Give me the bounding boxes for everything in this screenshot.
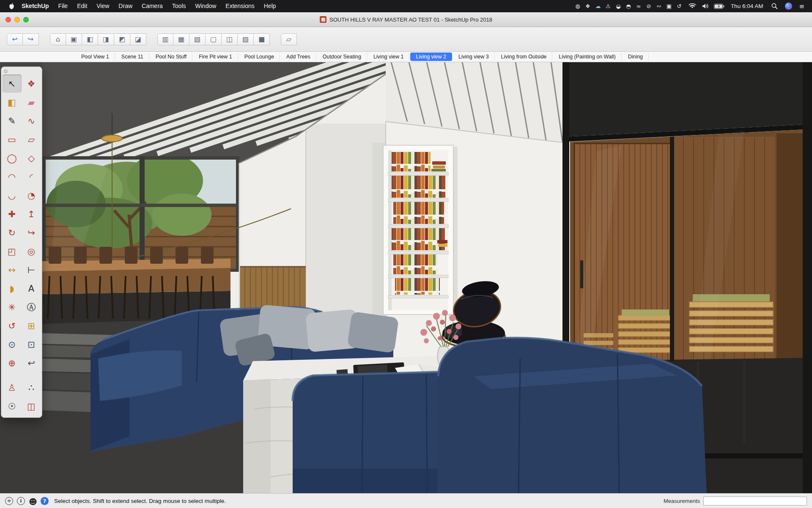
tray-hub-icon[interactable]: ∞ xyxy=(634,2,644,11)
make-component-tool[interactable]: ❖ xyxy=(22,75,41,93)
toolbar-iso-view-button[interactable]: ⌂ xyxy=(50,33,66,45)
tab-scene-11[interactable]: Scene 11 xyxy=(116,52,149,61)
toolbar-front-view-button[interactable]: ◧ xyxy=(82,33,98,45)
minimize-button[interactable] xyxy=(14,17,20,22)
axes-tool[interactable]: ✳ xyxy=(3,298,22,316)
rotate-tool[interactable]: ↻ xyxy=(3,224,22,242)
zoom-tool[interactable]: ⊙ xyxy=(3,335,22,353)
menubar-item-camera[interactable]: Camera xyxy=(137,0,167,12)
menubar-item-extensions[interactable]: Extensions xyxy=(221,0,259,12)
tray-screen-record-icon[interactable]: ▣ xyxy=(664,2,674,11)
menubar-item-draw[interactable]: Draw xyxy=(114,0,137,12)
statusbar-account-icon[interactable]: ☻ xyxy=(29,497,37,505)
menubar-item-file[interactable]: File xyxy=(54,0,73,12)
orbit-tool[interactable]: ↺ xyxy=(3,317,22,335)
protractor-tool[interactable]: ◗ xyxy=(3,279,22,298)
toolbar-redo-button[interactable]: ↪ xyxy=(23,33,39,45)
offset-tool[interactable]: ◎ xyxy=(22,242,41,260)
select-tool[interactable]: ↖ xyxy=(3,75,22,93)
toolbar-textured-style-button[interactable]: ▨ xyxy=(238,33,254,45)
two-point-arc-tool[interactable]: ◜ xyxy=(22,168,41,186)
tray-eyeglasses-icon[interactable]: ∾ xyxy=(654,2,664,11)
viewport-3d-canvas[interactable] xyxy=(0,62,812,493)
push-pull-tool[interactable]: ↥ xyxy=(22,205,41,223)
three-point-arc-tool[interactable]: ◡ xyxy=(3,186,22,204)
toolbar-section-display-button[interactable]: ▱ xyxy=(281,33,297,45)
tab-living-view-2[interactable]: Living view 2 xyxy=(410,52,452,61)
tab-pool-no-stuff[interactable]: Pool No Stuff xyxy=(150,52,192,61)
siri-icon[interactable] xyxy=(785,3,792,10)
look-around-tool[interactable]: ☉ xyxy=(3,397,22,415)
spotlight-icon[interactable] xyxy=(769,2,780,11)
toolbar-top-view-button[interactable]: ▣ xyxy=(66,33,82,45)
notification-center-icon[interactable]: ≡ xyxy=(797,3,806,10)
tab-pool-view-1[interactable]: Pool View 1 xyxy=(76,52,115,61)
rotated-rectangle-tool[interactable]: ▱ xyxy=(22,130,41,149)
menubar-item-edit[interactable]: Edit xyxy=(72,0,92,12)
eraser-tool[interactable]: ▰ xyxy=(22,93,41,111)
tray-do-not-disturb-icon[interactable]: ⊘ xyxy=(644,2,654,11)
volume-icon[interactable] xyxy=(700,2,711,11)
tab-living-view-1[interactable]: Living view 1 xyxy=(368,52,410,61)
toolbar-hidden-line-style-button[interactable]: ▢ xyxy=(206,33,222,45)
position-camera-tool[interactable]: ♙ xyxy=(3,378,22,397)
tab-pool-lounge[interactable]: Pool Lounge xyxy=(239,52,280,61)
menubar-clock[interactable]: Thu 6:04 AM xyxy=(727,3,767,9)
arc-tool[interactable]: ◠ xyxy=(3,168,22,186)
text-tool[interactable]: A xyxy=(22,279,41,298)
dimensions-tool[interactable]: ⊢ xyxy=(22,261,41,279)
tab-living-painting-on-wall[interactable]: Living (Painting on Wall) xyxy=(553,52,621,61)
tray-time-machine-icon[interactable]: ↺ xyxy=(674,2,684,11)
statusbar-geolocation-icon[interactable]: ✛ xyxy=(5,497,13,505)
menubar-item-help[interactable]: Help xyxy=(259,0,281,12)
circle-tool[interactable]: ◯ xyxy=(3,149,22,167)
menubar-item-sketchup[interactable]: SketchUp xyxy=(17,0,54,12)
tray-alert-icon[interactable]: ⚠ xyxy=(603,2,613,11)
move-tool[interactable]: ✚ xyxy=(3,205,22,223)
tray-cloud-sync-icon[interactable]: ☁ xyxy=(593,2,603,11)
zoom-previous-tool[interactable]: ↩ xyxy=(22,354,41,372)
scale-tool[interactable]: ◰ xyxy=(3,242,22,260)
3d-text-tool[interactable]: Ⓐ xyxy=(22,298,41,316)
tab-dining[interactable]: Dining xyxy=(623,52,649,61)
tab-living-view-3[interactable]: Living view 3 xyxy=(453,52,495,61)
paint-bucket-tool[interactable]: ◧ xyxy=(3,93,22,111)
battery-icon[interactable] xyxy=(714,2,725,11)
toolbar-right-view-button[interactable]: ◨ xyxy=(98,33,114,45)
close-button[interactable] xyxy=(5,17,11,22)
tray-droplet-icon[interactable]: ◒ xyxy=(613,2,623,11)
tab-living-from-outside[interactable]: Living from Outside xyxy=(496,52,553,61)
toolbar-back-view-button[interactable]: ◩ xyxy=(114,33,130,45)
toolbar-left-view-button[interactable]: ◪ xyxy=(130,33,146,45)
measurements-input[interactable] xyxy=(703,497,807,505)
menubar-item-window[interactable]: Window xyxy=(191,0,221,12)
palette-close-button[interactable] xyxy=(4,69,8,73)
polygon-tool[interactable]: ◇ xyxy=(22,149,41,167)
toolbar-x-ray-style-button[interactable]: ▥ xyxy=(157,33,173,45)
toolbar-back-edges-style-button[interactable]: ▦ xyxy=(173,33,189,45)
menubar-item-tools[interactable]: Tools xyxy=(167,0,191,12)
tab-outdoor-seating[interactable]: Outdoor Seating xyxy=(317,52,367,61)
pan-tool[interactable]: ⊞ xyxy=(22,317,41,335)
toolbar-monochrome-style-button[interactable]: ■ xyxy=(254,33,270,45)
freehand-tool[interactable]: ∿ xyxy=(22,112,41,130)
tab-fire-pit-view-1[interactable]: Fire Pit view 1 xyxy=(193,52,238,61)
zoom-extents-tool[interactable]: ⊕ xyxy=(3,354,22,372)
toolbar-shaded-style-button[interactable]: ◫ xyxy=(222,33,238,45)
menubar-item-view[interactable]: View xyxy=(92,0,114,12)
toolbar-undo-button[interactable]: ↩ xyxy=(7,33,23,45)
rectangle-tool[interactable]: ▭ xyxy=(3,130,22,149)
zoom-button[interactable] xyxy=(23,17,29,22)
toolbar-wireframe-style-button[interactable]: ▧ xyxy=(189,33,206,45)
wifi-icon[interactable] xyxy=(687,2,698,11)
tab-add-trees[interactable]: Add Trees xyxy=(281,52,316,61)
apple-menu-icon[interactable] xyxy=(6,3,17,10)
pie-tool[interactable]: ◔ xyxy=(22,186,41,204)
statusbar-info-icon[interactable]: i xyxy=(17,497,25,505)
tray-camera-shutter-icon[interactable]: ◍ xyxy=(573,2,583,11)
line-tool[interactable]: ✎ xyxy=(3,112,22,130)
tray-bell-icon[interactable]: ◓ xyxy=(623,2,634,11)
zoom-window-tool[interactable]: ⊡ xyxy=(22,335,41,353)
tray-dropbox-icon[interactable]: ❖ xyxy=(583,2,593,11)
walk-tool[interactable]: ∴ xyxy=(22,378,41,397)
